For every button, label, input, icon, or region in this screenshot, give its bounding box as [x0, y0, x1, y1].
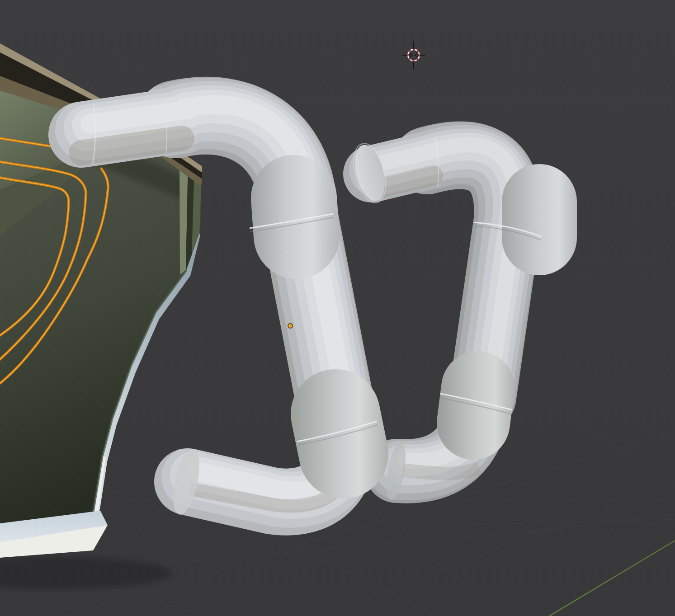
pipe-large-coupling-bottom — [335, 414, 344, 454]
object-origin-dot — [288, 324, 293, 328]
viewport-3d[interactable] — [0, 0, 675, 616]
pipe-large-coupling-top — [294, 198, 297, 236]
pipe-large-object[interactable] — [36, 68, 407, 574]
